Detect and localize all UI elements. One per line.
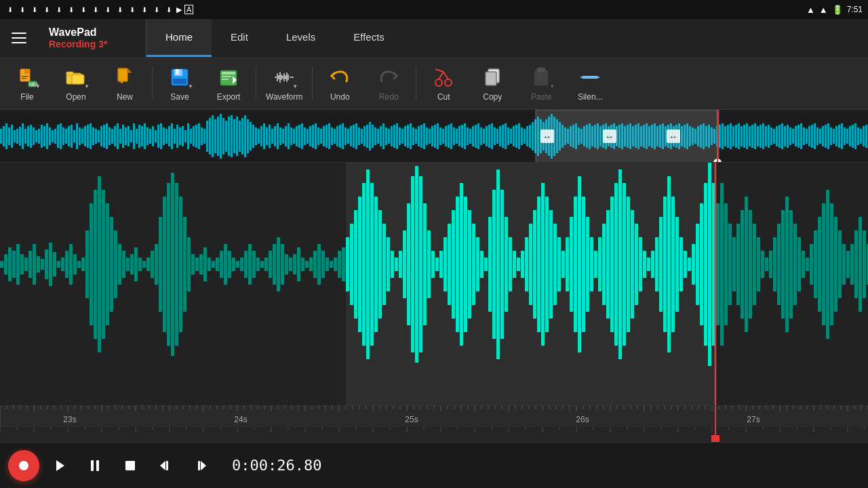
tab-edit[interactable]: Edit (212, 19, 267, 57)
svg-rect-88 (106, 123, 108, 149)
svg-rect-80 (84, 126, 86, 146)
svg-rect-539 (635, 224, 638, 305)
rewind-button[interactable] (151, 451, 180, 481)
copy-button[interactable]: Copy (468, 57, 517, 109)
svg-rect-551 (684, 251, 687, 278)
svg-rect-523 (570, 217, 573, 312)
svg-rect-327 (754, 123, 756, 149)
svg-rect-66 (46, 123, 48, 149)
svg-rect-240 (518, 123, 520, 149)
svg-rect-402 (77, 261, 81, 268)
svg-rect-587 (830, 203, 833, 325)
svg-rect-85 (98, 130, 100, 142)
tab-effects[interactable]: Effects (334, 19, 403, 57)
svg-rect-405 (90, 203, 93, 325)
svg-rect-166 (317, 127, 319, 145)
toolbar-sep-4 (416, 67, 416, 98)
svg-rect-363 (852, 125, 854, 148)
main-track[interactable] (0, 163, 868, 405)
svg-rect-542 (647, 258, 650, 271)
record-button[interactable] (8, 450, 39, 481)
svg-rect-367 (863, 126, 865, 146)
svg-rect-792 (125, 461, 135, 470)
new-button[interactable]: ✦ New (100, 57, 149, 109)
svg-rect-134 (231, 115, 233, 157)
app-bar: WavePad Recording 3* Home Edit Levels Ef… (0, 19, 868, 57)
svg-rect-351 (819, 129, 821, 144)
svg-rect-794 (166, 461, 168, 470)
file-button[interactable]: NEW ▼ File (3, 57, 52, 109)
tab-levels[interactable]: Levels (267, 19, 334, 57)
save-button[interactable]: ▼ Save (155, 57, 204, 109)
svg-rect-563 (732, 237, 736, 291)
svg-rect-349 (814, 123, 816, 149)
svg-rect-111 (168, 126, 170, 146)
svg-rect-239 (515, 125, 517, 148)
svg-rect-110 (165, 129, 167, 144)
svg-point-36 (435, 79, 442, 86)
silence-button[interactable]: Silen... (566, 57, 614, 109)
svg-rect-215 (450, 123, 452, 149)
pause-button[interactable] (80, 451, 110, 481)
svg-rect-585 (822, 203, 825, 325)
svg-rect-481 (399, 251, 402, 278)
svg-rect-421 (155, 244, 158, 285)
svg-rect-350 (816, 127, 818, 145)
svg-rect-178 (350, 126, 352, 146)
hamburger-button[interactable] (0, 19, 38, 57)
svg-rect-157 (293, 129, 295, 144)
svg-rect-232 (496, 129, 498, 144)
svg-rect-390 (28, 251, 32, 278)
svg-rect-500 (476, 237, 479, 291)
redo-button[interactable]: Redo (364, 57, 413, 109)
overview-track[interactable]: ↔ ↔ ↔ (0, 110, 868, 163)
cut-button[interactable]: Cut (419, 57, 468, 109)
tab-home[interactable]: Home (146, 19, 212, 57)
svg-rect-182 (361, 129, 363, 144)
svg-rect-359 (841, 123, 843, 149)
svg-rect-114 (176, 125, 178, 148)
svg-rect-219 (461, 125, 463, 148)
svg-rect-197 (401, 129, 403, 144)
svg-rect-449 (269, 251, 272, 278)
svg-rect-590 (842, 244, 846, 285)
svg-text:27s: 27s (747, 415, 760, 424)
svg-rect-237 (510, 129, 512, 144)
svg-rect-524 (574, 197, 577, 332)
waveform-container[interactable]: ↔ ↔ ↔ (0, 110, 868, 442)
svg-rect-564 (736, 224, 740, 305)
svg-rect-478 (387, 237, 390, 291)
svg-rect-492 (443, 237, 447, 291)
svg-rect-138 (241, 118, 243, 155)
play-button[interactable] (45, 451, 75, 481)
timeline[interactable]: 23s 24s 25s 26s 27s (0, 405, 868, 427)
svg-rect-340 (789, 127, 791, 145)
fast-forward-icon (193, 458, 208, 473)
svg-rect-526 (582, 197, 585, 332)
svg-rect-541 (643, 251, 646, 278)
fast-forward-button[interactable] (186, 451, 216, 481)
svg-rect-420 (151, 251, 154, 278)
svg-rect-591 (846, 251, 850, 278)
svg-rect-333 (770, 127, 772, 145)
undo-button[interactable]: Undo (315, 57, 364, 109)
battery-icon: 🔋 (832, 5, 843, 15)
svg-rect-329 (760, 125, 762, 148)
waveform-button[interactable]: ▼ Waveform (259, 57, 309, 109)
open-button[interactable]: ▼ Open (52, 57, 100, 109)
svg-rect-485 (415, 166, 418, 363)
dl-arrow-13: ⬇ (152, 5, 161, 14)
svg-rect-507 (505, 217, 508, 312)
svg-rect-469 (350, 224, 353, 305)
svg-rect-450 (273, 244, 276, 285)
stop-button[interactable] (115, 451, 145, 481)
cut-icon-area (431, 65, 456, 89)
paste-button[interactable]: ▼ Paste (517, 57, 566, 109)
svg-rect-424 (167, 183, 170, 346)
export-button[interactable]: Export (204, 57, 253, 109)
svg-rect-388 (20, 254, 24, 274)
svg-rect-447 (260, 261, 264, 268)
waveform-icon-area: ▼ (272, 65, 296, 89)
svg-rect-229 (488, 125, 490, 148)
svg-rect-128 (214, 119, 216, 153)
